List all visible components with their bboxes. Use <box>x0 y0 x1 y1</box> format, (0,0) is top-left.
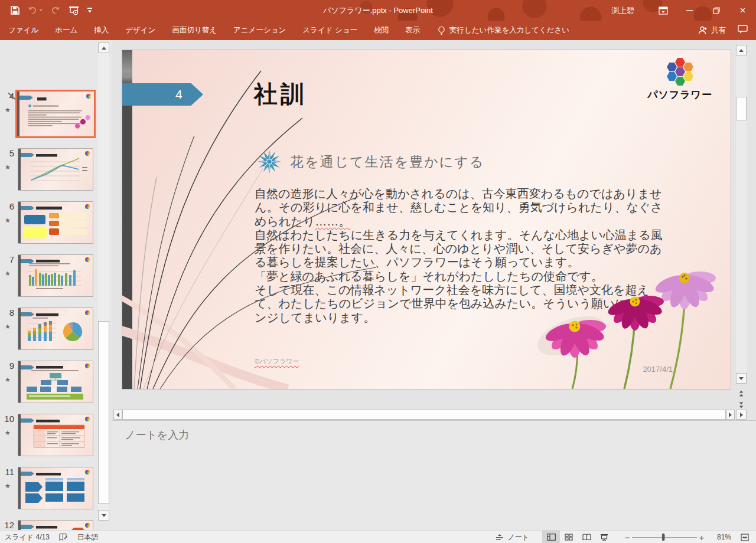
animation-star-icon: ★ <box>5 376 11 384</box>
quick-access-toolbar <box>0 6 92 15</box>
motto-heading: 花を通じて生活を豊かにする <box>290 153 484 171</box>
tab-insert[interactable]: 挿入 <box>86 21 117 40</box>
slide-art <box>18 361 93 403</box>
start-slideshow-icon[interactable] <box>69 6 79 15</box>
thumbnail-scroll-up-button[interactable] <box>98 42 109 53</box>
slide-thumbnail-10[interactable] <box>18 414 93 456</box>
notes-placeholder[interactable]: ノートを入力 <box>125 428 189 442</box>
reading-view-button[interactable] <box>578 531 595 543</box>
motto-heading-row[interactable]: 花を通じて生活を豊かにする <box>257 149 484 174</box>
logo-text: パソフラワー <box>644 88 715 102</box>
slide-art <box>18 255 93 296</box>
zoom-level[interactable]: 81% <box>710 533 731 541</box>
slideshow-view-button[interactable] <box>595 531 613 543</box>
thumbnail-row: 5 ★ <box>0 147 112 199</box>
zoom-slider-thumb[interactable] <box>662 534 664 541</box>
tab-slideshow[interactable]: スライド ショー <box>294 21 366 40</box>
undo-icon <box>28 6 43 15</box>
tab-transitions[interactable]: 画面切り替え <box>164 21 225 40</box>
tab-review[interactable]: 校閲 <box>366 21 397 40</box>
normal-view-button[interactable] <box>542 531 560 543</box>
tab-design[interactable]: デザイン <box>117 21 164 40</box>
slide-thumbnail-5[interactable] <box>18 148 93 191</box>
zoom-in-button[interactable]: + <box>697 532 706 542</box>
zoom-slider[interactable] <box>632 531 697 543</box>
slide-thumbnail-11[interactable] <box>18 467 93 509</box>
ribbon-display-options-icon[interactable] <box>650 0 676 21</box>
slide-canvas[interactable]: 4 社訓 パソフラワー 花を通じて生 <box>122 50 731 390</box>
notes-pane[interactable]: ノートを入力 <box>112 420 756 531</box>
restore-button[interactable] <box>703 0 729 21</box>
scroll-right-button[interactable] <box>726 410 735 420</box>
scroll-up-button[interactable] <box>736 45 747 55</box>
close-button[interactable]: × <box>729 0 756 21</box>
cosmos-flowers-image <box>536 247 731 389</box>
horizontal-scrollbar-thumb[interactable] <box>122 410 726 420</box>
thumbnail-row: 11 ★ <box>0 466 112 518</box>
company-logo: パソフラワー <box>644 58 715 102</box>
thumbnail-scrollbar-thumb[interactable] <box>98 321 109 504</box>
lightbulb-icon <box>438 26 445 35</box>
tab-view[interactable]: 表示 <box>397 21 428 40</box>
main-vertical-scrollbar[interactable] <box>736 45 747 384</box>
animation-star-icon: ★ <box>5 163 11 171</box>
animation-star-icon: ★ <box>5 270 11 277</box>
save-icon[interactable] <box>11 6 19 15</box>
slide-number-hidden: 4 <box>9 91 14 101</box>
ribbon-tab-bar: ファイル ホーム 挿入 デザイン 画面切り替え アニメーション スライド ショー… <box>0 21 756 40</box>
tell-me-box[interactable]: 実行したい作業を入力してください <box>438 25 569 35</box>
slide-number: 10 <box>4 414 14 424</box>
comments-icon[interactable] <box>738 25 748 36</box>
scroll-down-button[interactable] <box>736 373 747 384</box>
slide-sorter-view-button[interactable] <box>560 531 578 543</box>
thumbnail-row: 9 ★ <box>0 359 112 411</box>
thumbnail-scroll-down-button[interactable] <box>98 510 109 521</box>
fit-slide-to-window-button[interactable] <box>736 531 754 543</box>
slide-art <box>18 308 93 349</box>
share-button[interactable]: 共有 <box>698 25 726 35</box>
slide-thumbnail-6[interactable] <box>18 201 93 244</box>
slide-number-banner: 4 <box>122 83 203 106</box>
slide-art <box>18 467 93 509</box>
minimize-button[interactable] <box>676 0 703 21</box>
tell-me-label: 実行したい作業を入力してください <box>449 25 569 35</box>
thumbnail-row: 8 ★ <box>0 306 112 358</box>
thumbnail-row: 4 ★ <box>0 90 112 142</box>
previous-slide-button[interactable] <box>736 388 747 398</box>
slide-counter[interactable]: スライド 4/13 <box>0 531 54 543</box>
animation-star-icon: ★ <box>5 217 11 224</box>
scroll-left-button[interactable] <box>113 410 122 420</box>
scroll-corner-button[interactable] <box>736 410 747 420</box>
animation-star-icon: ★ <box>5 323 11 331</box>
account-user-name[interactable]: 渕上碧 <box>611 5 634 16</box>
main-horizontal-scrollbar[interactable] <box>113 410 735 420</box>
language-indicator[interactable]: 日本語 <box>73 531 103 543</box>
animation-star-icon: ★ <box>5 106 11 114</box>
slide-thumbnail-4[interactable] <box>15 90 96 138</box>
notes-icon <box>496 534 504 541</box>
spellcheck-squiggle: ……。 <box>315 215 350 228</box>
tab-animations[interactable]: アニメーション <box>225 21 294 40</box>
slide-number: 9 <box>9 361 14 371</box>
customize-qat-icon[interactable] <box>87 8 92 13</box>
slide-thumbnail-9[interactable] <box>18 361 93 403</box>
thumbnail-scrollbar[interactable] <box>98 42 109 521</box>
copyright-footer: ©パソフラワー <box>255 357 299 366</box>
tab-home[interactable]: ホーム <box>47 21 86 40</box>
slide-art <box>18 149 93 190</box>
zoom-out-button[interactable]: − <box>623 532 632 542</box>
tab-file[interactable]: ファイル <box>0 21 47 40</box>
editing-area: 4 社訓 パソフラワー 花を通じて生 <box>112 40 756 530</box>
slide-number: 12 <box>4 520 14 530</box>
notes-toggle-button[interactable]: ノート <box>491 531 534 543</box>
slide-number: 6 <box>9 201 14 211</box>
slide-thumbnail-panel: 4 ★ 5 ★ <box>0 40 113 530</box>
vertical-scrollbar-thumb[interactable] <box>736 97 747 120</box>
slide-art <box>18 202 93 243</box>
spellcheck-icon[interactable] <box>54 531 73 543</box>
slide-title[interactable]: 社訓 <box>254 78 307 110</box>
slide-thumbnail-8[interactable] <box>18 308 93 350</box>
slide-thumbnail-7[interactable] <box>18 254 93 297</box>
next-slide-button[interactable] <box>736 400 747 410</box>
slide-number: 5 <box>9 148 14 158</box>
